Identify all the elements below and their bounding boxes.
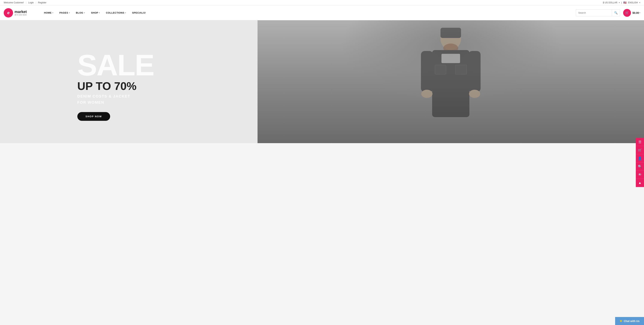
separator-3: |	[621, 1, 622, 4]
separator-2: |	[36, 1, 36, 4]
hero-subtitle-line2: FOR WOMEN	[77, 100, 154, 105]
language-flag: 🇺🇸	[623, 1, 626, 4]
svg-rect-6	[456, 65, 466, 74]
top-bar-left: Welcome Customer! | Login | Register	[4, 1, 46, 4]
nav-item-home[interactable]: HOME ▾	[41, 5, 56, 20]
login-link[interactable]: Login	[28, 1, 34, 4]
logo-tagline: all in one store	[14, 14, 27, 16]
svg-rect-7	[421, 51, 433, 92]
shop-now-button[interactable]: SHOP NOW	[77, 112, 110, 121]
nav-arrow-0: ▾	[52, 12, 54, 14]
register-link[interactable]: Register	[38, 1, 46, 4]
cart-button[interactable]: 🛒	[623, 9, 631, 17]
logo-brand-name: market	[14, 10, 27, 14]
sidebar-right: ☰ 🛒 👤 🔍 👁 ▲	[636, 138, 644, 143]
hero-subtitle-line1: DENIM COSTS & JACKET	[77, 94, 154, 98]
header: market all in one store HOME ▾PAGES ▾BLO…	[0, 5, 644, 20]
hero-model-svg	[414, 24, 488, 139]
top-bar: Welcome Customer! | Login | Register $ U…	[0, 0, 644, 5]
nav-arrow-1: ▾	[69, 12, 70, 14]
hero-model-image	[258, 20, 644, 143]
hero-content: SALE UP TO 70% DENIM COSTS & JACKET FOR …	[0, 43, 154, 121]
search-input[interactable]	[576, 9, 612, 16]
svg-rect-8	[468, 51, 480, 92]
separator-1: |	[26, 1, 26, 4]
hero-discount-text: UP TO 70%	[77, 80, 154, 92]
svg-point-9	[421, 90, 432, 98]
language-selector[interactable]: ENGLISH	[628, 1, 638, 4]
welcome-text: Welcome Customer!	[4, 1, 24, 4]
main-nav: HOME ▾PAGES ▾BLOG ▾SHOP ▾COLLECTIONS ▾SP…	[41, 5, 576, 20]
nav-item-blog[interactable]: BLOG ▾	[73, 5, 88, 20]
hero-model-placeholder	[258, 20, 644, 143]
logo-icon	[4, 8, 13, 17]
svg-rect-4	[442, 54, 460, 63]
logo-area[interactable]: market all in one store	[4, 8, 37, 17]
nav-item-specials![interactable]: SPECIALS!	[129, 5, 149, 20]
svg-point-10	[469, 90, 480, 98]
nav-item-pages[interactable]: PAGES ▾	[56, 5, 73, 20]
nav-arrow-2: ▾	[84, 12, 85, 14]
language-dropdown-arrow: ▾	[639, 2, 640, 3]
nav-arrow-3: ▾	[99, 12, 100, 14]
search-area: 🔍	[576, 9, 620, 16]
top-bar-right: $ US DOLLAR ▾ | 🇺🇸 ENGLISH ▾	[603, 1, 640, 4]
svg-rect-1	[440, 28, 461, 38]
cart-dropdown-arrow[interactable]: ▾	[639, 12, 640, 14]
cart-price[interactable]: $0.00	[632, 11, 639, 14]
cart-area: 🛒 $0.00 ▾	[620, 9, 640, 17]
svg-rect-5	[435, 65, 446, 74]
logo-text: market all in one store	[14, 10, 27, 16]
nav-item-shop[interactable]: SHOP ▾	[88, 5, 103, 20]
nav-arrow-4: ▾	[125, 12, 126, 14]
currency-selector[interactable]: $ US DOLLAR	[603, 1, 617, 4]
search-button[interactable]: 🔍	[612, 9, 620, 16]
currency-dropdown-arrow: ▾	[619, 2, 620, 3]
hero-sale-text: SALE	[77, 50, 154, 80]
nav-item-collections[interactable]: COLLECTIONS ▾	[103, 5, 129, 20]
sidebar-menu-button[interactable]: ☰	[636, 138, 644, 143]
hero-banner: SALE UP TO 70% DENIM COSTS & JACKET FOR …	[0, 20, 644, 143]
